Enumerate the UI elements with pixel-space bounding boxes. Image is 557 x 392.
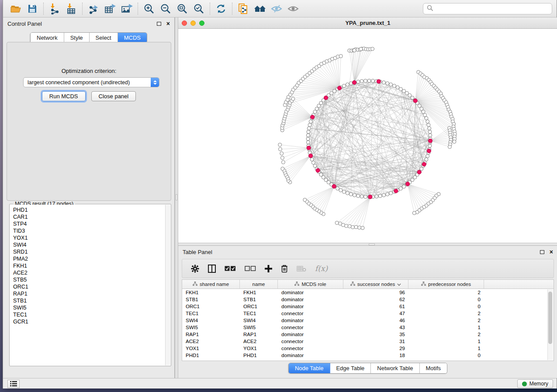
graph-node[interactable] xyxy=(303,198,307,202)
zoom-out-button[interactable] xyxy=(157,1,174,16)
zoom-selected-button[interactable] xyxy=(190,1,207,16)
graph-hub-node[interactable] xyxy=(338,86,342,90)
graph-node[interactable] xyxy=(371,47,374,51)
graph-node[interactable] xyxy=(348,224,351,228)
table-row[interactable]: SWI4SWI4dominator462 xyxy=(182,317,554,324)
vertical-splitter-handle[interactable] xyxy=(176,194,177,200)
column-header-name[interactable]: name xyxy=(240,280,278,289)
float-table-panel-icon[interactable] xyxy=(540,250,544,254)
criterion-dropdown[interactable]: largest connected component (undirected) xyxy=(23,77,159,87)
search-field[interactable] xyxy=(423,3,552,14)
graph-node[interactable] xyxy=(310,158,314,161)
graph-node[interactable] xyxy=(354,225,358,229)
table-cell[interactable]: connector xyxy=(278,310,343,317)
graph-hub-node[interactable] xyxy=(316,168,320,172)
graph-node[interactable] xyxy=(336,187,339,190)
graph-node[interactable] xyxy=(358,226,361,229)
export-network-button[interactable] xyxy=(85,1,102,16)
table-scrollbar[interactable] xyxy=(547,289,553,360)
graph-node[interactable] xyxy=(356,194,360,198)
graph-hub-node[interactable] xyxy=(368,195,372,199)
table-cell[interactable]: 61 xyxy=(343,303,408,310)
open-file-button[interactable] xyxy=(7,1,24,16)
graph-node[interactable] xyxy=(291,97,295,100)
table-cell[interactable]: RAP1 xyxy=(240,331,278,338)
graph-node[interactable] xyxy=(412,211,416,215)
table-cell[interactable]: dominator xyxy=(278,296,343,303)
tab-select[interactable]: Select xyxy=(90,33,118,43)
graph-node[interactable] xyxy=(280,156,284,160)
tab-network[interactable]: Network xyxy=(31,33,64,43)
gear-icon[interactable] xyxy=(191,265,199,273)
graph-node[interactable] xyxy=(425,117,428,120)
table-cell[interactable]: connector xyxy=(278,338,343,345)
graph-node[interactable] xyxy=(307,130,310,134)
mcds-result-item[interactable]: STB5 xyxy=(10,276,165,283)
graph-node[interactable] xyxy=(339,55,343,58)
table-cell[interactable]: 1 xyxy=(408,324,484,331)
graph-node[interactable] xyxy=(349,193,353,196)
graph-node[interactable] xyxy=(367,79,371,83)
add-row-icon[interactable] xyxy=(265,265,272,272)
graph-node[interactable] xyxy=(309,120,312,123)
graph-node[interactable] xyxy=(425,158,428,161)
tab-network-table[interactable]: Network Table xyxy=(371,363,419,373)
graph-node[interactable] xyxy=(371,79,375,83)
delete-row-icon[interactable] xyxy=(281,265,288,273)
graph-node[interactable] xyxy=(278,148,282,151)
table-scrollbar-thumb[interactable] xyxy=(548,292,552,344)
graph-hub-node[interactable] xyxy=(353,80,356,84)
table-cell[interactable]: YOX1 xyxy=(182,345,240,352)
graph-node[interactable] xyxy=(333,89,336,93)
horizontal-splitter-handle[interactable] xyxy=(369,244,375,245)
graph-node[interactable] xyxy=(360,79,363,83)
table-row[interactable]: FKH1FKH1dominator962 xyxy=(182,289,554,296)
memory-button[interactable]: Memory xyxy=(517,379,553,388)
table-cell[interactable]: ACE2 xyxy=(182,338,240,345)
mcds-list-scrollbar[interactable] xyxy=(165,205,170,365)
graph-node[interactable] xyxy=(378,194,382,198)
graph-node[interactable] xyxy=(343,84,346,88)
graph-node[interactable] xyxy=(346,83,349,86)
table-cell[interactable]: SWI5 xyxy=(182,324,240,331)
mcds-result-item[interactable]: STB1 xyxy=(10,297,165,304)
hide-selected-button[interactable] xyxy=(268,1,285,16)
table-cell[interactable]: SWI5 xyxy=(240,324,278,331)
graph-node[interactable] xyxy=(427,123,430,127)
table-cell[interactable]: 62 xyxy=(343,296,408,303)
table-cell[interactable]: STB1 xyxy=(240,296,278,303)
graph-hub-node[interactable] xyxy=(413,99,417,103)
mcds-result-item[interactable]: SWI5 xyxy=(10,304,165,311)
network-canvas[interactable] xyxy=(178,29,557,243)
graph-node[interactable] xyxy=(353,48,356,52)
graph-node[interactable] xyxy=(346,191,349,195)
graph-node[interactable] xyxy=(356,80,360,83)
table-cell[interactable]: dominator xyxy=(278,303,343,310)
table-cell[interactable]: RAP1 xyxy=(182,331,240,338)
graph-node[interactable] xyxy=(426,155,429,158)
graph-node[interactable] xyxy=(359,47,363,51)
mcds-result-item[interactable]: ORC1 xyxy=(10,283,165,290)
graph-node[interactable] xyxy=(453,140,456,144)
graph-node[interactable] xyxy=(426,120,429,123)
save-session-button[interactable] xyxy=(24,1,41,16)
deselect-all-icon[interactable] xyxy=(245,266,256,272)
table-cell[interactable]: 1 xyxy=(408,338,484,345)
table-row[interactable]: ACE2ACE2connector311 xyxy=(182,338,554,345)
mcds-result-item[interactable]: TID3 xyxy=(10,227,165,234)
table-cell[interactable]: TEC1 xyxy=(240,310,278,317)
graph-node[interactable] xyxy=(278,143,282,147)
run-mcds-button[interactable]: Run MCDS xyxy=(42,91,86,101)
table-row[interactable]: PHD1PHD1dominator180 xyxy=(182,352,554,359)
graph-node[interactable] xyxy=(361,226,364,230)
column-header-successor-nodes[interactable]: successor nodes xyxy=(343,280,408,289)
mcds-result-item[interactable]: SRD1 xyxy=(10,248,165,255)
mcds-result-list[interactable]: PHD1CAR1STP4TID3YOX1SWI4SRD1PMA2FKH1ACE2… xyxy=(10,205,165,365)
table-cell[interactable]: dominator xyxy=(278,317,343,324)
horizontal-splitter[interactable] xyxy=(178,243,557,246)
table-cell[interactable]: 2 xyxy=(408,289,484,296)
home-views-button[interactable] xyxy=(252,1,268,16)
show-hidden-button[interactable] xyxy=(285,1,301,16)
graph-node[interactable] xyxy=(280,152,284,155)
tab-style[interactable]: Style xyxy=(64,33,90,43)
